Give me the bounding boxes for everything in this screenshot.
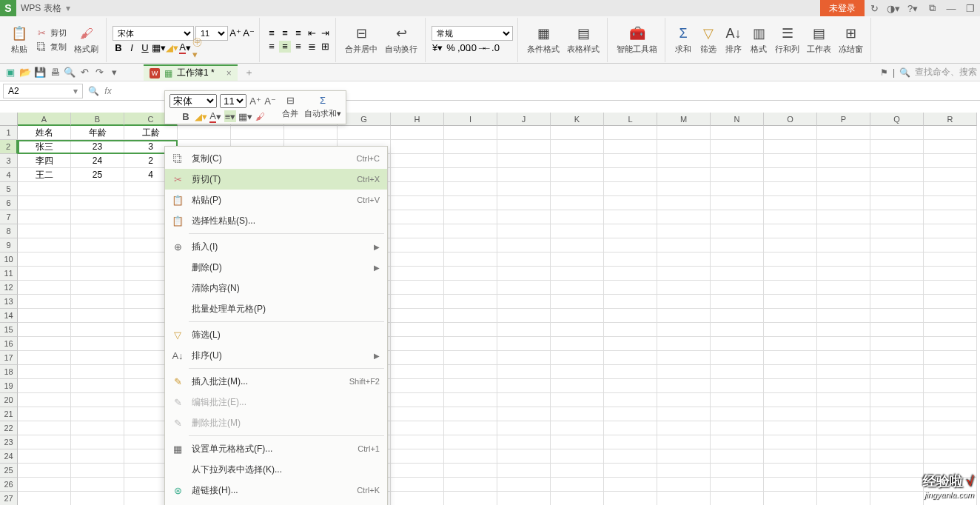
align-left-icon[interactable]: ≡ <box>266 41 278 53</box>
cell[interactable] <box>497 154 551 168</box>
cell[interactable] <box>444 210 497 224</box>
cell[interactable] <box>444 309 497 323</box>
cell[interactable] <box>604 421 657 435</box>
cell[interactable] <box>497 126 551 140</box>
cell[interactable] <box>497 365 551 379</box>
col-header[interactable]: B <box>71 113 124 126</box>
cell[interactable] <box>924 154 977 168</box>
cell[interactable] <box>657 168 711 182</box>
col-header[interactable]: A <box>18 113 71 126</box>
worksheet-button[interactable]: ▤工作表 <box>804 23 834 56</box>
cell[interactable] <box>870 140 924 154</box>
cell[interactable] <box>657 492 711 505</box>
font-color-button[interactable]: A▾ <box>179 42 191 54</box>
cell[interactable] <box>497 267 551 281</box>
cell[interactable] <box>870 435 924 449</box>
cell[interactable] <box>391 421 444 435</box>
name-box[interactable]: A2▾ <box>3 84 83 98</box>
cell[interactable] <box>551 337 604 351</box>
cell[interactable] <box>817 126 870 140</box>
cell[interactable] <box>71 365 124 379</box>
cell[interactable] <box>924 168 977 182</box>
cell[interactable] <box>604 492 657 505</box>
format-painter-button[interactable]: 🖌 格式刷 <box>71 23 101 56</box>
cell[interactable] <box>71 210 124 224</box>
cell[interactable] <box>71 435 124 449</box>
mini-grow-font-icon[interactable]: A⁺ <box>249 96 261 107</box>
cell[interactable] <box>817 168 870 182</box>
cell[interactable] <box>551 407 604 421</box>
cell[interactable] <box>870 281 924 295</box>
freeze-button[interactable]: ⊞冻结窗 <box>836 23 866 56</box>
merge-center-button[interactable]: ⊟合并居中 <box>342 23 380 56</box>
cell[interactable] <box>497 393 551 407</box>
cell[interactable] <box>764 379 817 393</box>
cell[interactable] <box>71 252 124 267</box>
cell[interactable] <box>497 337 551 351</box>
cell[interactable] <box>551 492 604 505</box>
cell[interactable] <box>604 337 657 351</box>
cell[interactable] <box>711 309 764 323</box>
help2-icon[interactable]: ?▾ <box>903 0 922 16</box>
cell[interactable] <box>71 393 124 407</box>
cell[interactable] <box>444 252 497 267</box>
cell[interactable] <box>391 492 444 505</box>
cell[interactable] <box>604 295 657 309</box>
cell[interactable] <box>551 252 604 267</box>
cell[interactable] <box>551 393 604 407</box>
cell[interactable] <box>444 126 497 140</box>
cell[interactable] <box>551 182 604 196</box>
cell[interactable] <box>924 140 977 154</box>
ctx-define-name[interactable]: 定义名称(A)... <box>165 501 387 505</box>
qa-new-icon[interactable]: ▣ <box>3 65 18 80</box>
cell[interactable] <box>870 449 924 464</box>
cell[interactable] <box>497 421 551 435</box>
cell[interactable] <box>817 281 870 295</box>
cell[interactable] <box>817 154 870 168</box>
ctx-format-cells[interactable]: ▦设置单元格格式(F)...Ctrl+1 <box>165 438 387 459</box>
cell[interactable] <box>444 337 497 351</box>
indent-dec-icon[interactable]: ⇤ <box>306 27 318 39</box>
cell[interactable] <box>604 224 657 238</box>
ctx-hyperlink[interactable]: ⊛超链接(H)...Ctrl+K <box>165 480 387 501</box>
cell[interactable] <box>924 182 977 196</box>
cell[interactable] <box>71 267 124 281</box>
cell[interactable] <box>18 182 71 196</box>
cell[interactable] <box>71 281 124 295</box>
cell[interactable] <box>817 252 870 267</box>
ctx-sort[interactable]: A↓排序(U)▶ <box>165 345 387 366</box>
cell[interactable] <box>711 126 764 140</box>
cell[interactable] <box>817 140 870 154</box>
cell[interactable] <box>924 365 977 379</box>
align-top-icon[interactable]: ≡ <box>266 27 278 39</box>
cell[interactable] <box>551 449 604 464</box>
cell[interactable] <box>497 407 551 421</box>
cell[interactable] <box>551 154 604 168</box>
cell[interactable] <box>71 323 124 337</box>
cell[interactable] <box>391 182 444 196</box>
cell[interactable] <box>817 407 870 421</box>
add-tab-icon[interactable]: ＋ <box>242 65 257 80</box>
cell[interactable] <box>604 393 657 407</box>
sync-icon[interactable]: ↻ <box>865 0 884 16</box>
bold-button[interactable]: B <box>113 42 124 54</box>
cell[interactable] <box>444 323 497 337</box>
cell[interactable] <box>551 281 604 295</box>
cell[interactable] <box>657 224 711 238</box>
cell[interactable] <box>870 337 924 351</box>
cell[interactable] <box>817 421 870 435</box>
cell[interactable] <box>497 295 551 309</box>
cell[interactable] <box>764 154 817 168</box>
qa-redo-icon[interactable]: ↷ <box>92 65 107 80</box>
cell[interactable] <box>817 365 870 379</box>
qa-more-icon[interactable]: ▾ <box>107 65 121 80</box>
cell[interactable] <box>711 224 764 238</box>
cell[interactable] <box>657 449 711 464</box>
row-header[interactable]: 23 <box>0 435 18 449</box>
cell[interactable] <box>870 323 924 337</box>
cell[interactable] <box>604 126 657 140</box>
cell[interactable] <box>444 421 497 435</box>
cell[interactable] <box>497 140 551 154</box>
cell[interactable] <box>924 224 977 238</box>
row-header[interactable]: 5 <box>0 182 18 196</box>
